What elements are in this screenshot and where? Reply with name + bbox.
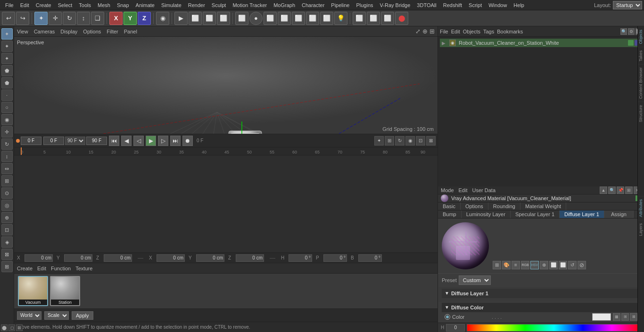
start-frame-input[interactable] — [43, 137, 64, 145]
preset-dropdown[interactable]: Custom — [459, 275, 491, 285]
vp-ctrl-1[interactable]: ✦ — [374, 136, 384, 146]
mat-icon-mix[interactable]: ⊕ — [540, 261, 548, 269]
obj-menu-edit[interactable]: Edit — [451, 29, 460, 34]
vtab-takes[interactable]: Takes — [638, 47, 644, 65]
mat-tab-bump[interactable]: Bump — [438, 211, 462, 218]
lt-edge[interactable]: ⬟ — [1, 77, 13, 89]
me-icon-up[interactable]: ▲ — [600, 186, 607, 194]
lt-move[interactable]: ✛ — [1, 126, 13, 138]
obj-menu-tags[interactable]: Tags — [483, 29, 494, 34]
lt-bevel[interactable]: ◈ — [1, 236, 13, 248]
z-position-field[interactable] — [104, 254, 132, 262]
menu-tools[interactable]: Tools — [75, 1, 94, 9]
menu-character[interactable]: Character — [298, 1, 328, 9]
me-icon-search[interactable]: 🔍 — [608, 186, 616, 194]
lt-bridge[interactable]: ⊠ — [1, 249, 13, 260]
lt-magnet[interactable]: ⊙ — [1, 187, 13, 199]
vtab-attributes[interactable]: Attributes — [638, 196, 644, 220]
menu-window[interactable]: Window — [485, 1, 510, 9]
vtab-layers[interactable]: Layers — [638, 220, 644, 239]
play-button[interactable]: ▶ — [146, 136, 156, 146]
end-frame-input[interactable] — [86, 137, 107, 145]
menu-file[interactable]: File — [2, 1, 17, 9]
menu-simulate[interactable]: Simulate — [158, 1, 185, 9]
material-thumb-vacuum[interactable]: Vacuum — [18, 276, 48, 306]
lt-subdivide[interactable]: ⊞ — [1, 261, 13, 272]
scale-tool-button[interactable]: ↻ — [63, 12, 76, 25]
sphere-button[interactable]: ● — [249, 12, 263, 25]
b-rotation-field[interactable] — [358, 254, 382, 262]
mat-menu-edit[interactable]: Edit — [37, 266, 46, 271]
menu-animate[interactable]: Animate — [132, 1, 158, 9]
lt-fill[interactable]: ◉ — [1, 114, 13, 125]
play-back-button[interactable]: ◁ — [133, 136, 144, 146]
layout-select[interactable]: Startup — [613, 1, 642, 9]
obj-search-icon[interactable]: 🔍 — [620, 28, 627, 35]
mat-icon-hsv[interactable]: HSV — [530, 261, 539, 269]
vtab-content-browser[interactable]: Content Browser — [638, 64, 644, 102]
mat-menu-texture[interactable]: Texture — [75, 266, 92, 271]
obj-menu-file[interactable]: File — [440, 29, 448, 34]
vp-menu-display[interactable]: Display — [60, 29, 77, 34]
prev-frame-button[interactable]: ◀ — [121, 136, 132, 146]
hy-field[interactable] — [196, 254, 224, 262]
mat-icon-paste[interactable]: ⬜ — [559, 261, 567, 269]
lt-rotate[interactable]: ↻ — [1, 138, 13, 150]
diffuse-layer-title-bar[interactable]: ▼ Diffuse Layer 1 — [442, 289, 640, 298]
render-queue-button[interactable]: ⬜ — [217, 12, 230, 25]
current-frame-input[interactable] — [21, 137, 41, 145]
fps-select[interactable]: 90 F — [65, 137, 85, 145]
lt-point[interactable]: · — [1, 89, 13, 101]
record-button[interactable]: ⏺ — [182, 136, 193, 146]
vtab-structure[interactable]: Structure — [638, 102, 644, 125]
mat-mode-menu[interactable]: Mode — [441, 187, 454, 193]
mat-tab-diffuse[interactable]: Diffuse Layer 1 — [560, 211, 604, 218]
lt-weld[interactable]: ⊕ — [1, 212, 13, 223]
color-mode-gradient[interactable]: ▦ — [613, 313, 620, 321]
vtab-objects[interactable]: Objects — [638, 26, 644, 47]
mat-edit-menu[interactable]: Edit — [459, 187, 468, 193]
mat-icon-rgb[interactable]: RGB — [521, 261, 529, 269]
mat-icon-channels[interactable]: ≡ — [512, 261, 520, 269]
mat-tab-basic[interactable]: Basic — [438, 202, 461, 210]
mat-assign-button[interactable]: Assign — [604, 211, 634, 218]
lt-polygon[interactable]: ⬟ — [1, 65, 13, 76]
vp-menu-panel[interactable]: Panel — [124, 29, 137, 34]
lt-knife[interactable]: ✦ — [1, 53, 13, 64]
menu-pipeline[interactable]: Pipeline — [328, 1, 353, 9]
lt-scale[interactable]: ↕ — [1, 151, 13, 162]
menu-select[interactable]: Select — [55, 1, 76, 9]
hue-gradient-bar[interactable] — [467, 324, 641, 332]
color-toggle[interactable] — [445, 314, 450, 320]
hx-field[interactable] — [157, 254, 185, 262]
obj-menu-bookmarks[interactable]: Bookmarks — [497, 29, 523, 34]
menu-sculpt[interactable]: Sculpt — [208, 1, 230, 9]
mat-icon-copy2[interactable]: ⬜ — [549, 261, 558, 269]
menu-snap[interactable]: Snap — [114, 1, 132, 9]
mat-tab-weight[interactable]: Material Weight — [520, 202, 566, 210]
mat-tab-specular[interactable]: Specular Layer 1 — [511, 211, 560, 218]
cylinder-button[interactable]: ⬜ — [264, 12, 277, 25]
vp-ctrl-5[interactable]: ⊡ — [416, 136, 425, 146]
h-rotation-field[interactable] — [289, 254, 312, 262]
vp-icon-camera[interactable]: ⊕ — [422, 28, 428, 35]
vp-menu-options[interactable]: Options — [83, 29, 101, 34]
diffuse-color-title-bar[interactable]: ▼ Diffuse Color — [442, 303, 640, 312]
menu-edit[interactable]: Edit — [17, 1, 33, 9]
mat-icon-layer[interactable]: ⊞ — [493, 261, 501, 269]
obj-menu-objects[interactable]: Objects — [463, 29, 480, 34]
menu-script[interactable]: Script — [465, 1, 485, 9]
menu-create[interactable]: Create — [33, 1, 55, 9]
x-position-field[interactable] — [25, 254, 53, 262]
color-swatch[interactable] — [592, 313, 611, 321]
y-position-field[interactable] — [64, 254, 92, 262]
world-dropdown[interactable]: World — [17, 311, 41, 320]
vp-ctrl-4[interactable]: ◉ — [405, 136, 415, 146]
mat-tab-options[interactable]: Options — [461, 202, 488, 210]
vp-icon-settings[interactable]: ⊞ — [429, 28, 435, 35]
color-mode-layer[interactable]: ⊠ — [630, 313, 637, 321]
mat-tab-luminosity[interactable]: Luminosity Layer — [462, 211, 511, 218]
menu-vray[interactable]: V-Ray Bridge — [377, 1, 414, 9]
rotate-tool-button[interactable]: ↕ — [77, 12, 90, 25]
vp-ctrl-3[interactable]: ↻ — [395, 136, 405, 146]
